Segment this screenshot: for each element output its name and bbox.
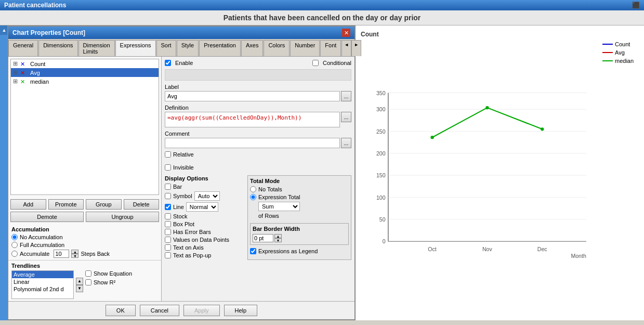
no-totals-radio[interactable]	[250, 186, 256, 192]
text-popup-checkbox[interactable]	[165, 252, 171, 258]
stock-checkbox[interactable]	[165, 213, 171, 219]
tab-scroll-left[interactable]: ◄	[341, 40, 351, 56]
expressions-legend-checkbox[interactable]	[250, 248, 256, 254]
show-r2-checkbox[interactable]	[85, 279, 91, 285]
box-plot-checkbox[interactable]	[165, 221, 171, 227]
sidebar-tab-1[interactable]: ▲	[0, 25, 7, 35]
svg-text:100: 100	[376, 194, 386, 201]
bar-border-down[interactable]: ▼	[274, 238, 282, 242]
tab-colors[interactable]: Colors	[264, 40, 290, 56]
relative-checkbox[interactable]	[165, 151, 171, 158]
error-bars-row: Has Error Bars	[165, 229, 243, 235]
trendlines-scroll-down[interactable]: ▼	[76, 285, 83, 292]
line-select[interactable]: Normal	[186, 202, 218, 212]
help-button[interactable]: Help	[224, 305, 258, 316]
trendline-polynomial[interactable]: Polynomial of 2nd d	[12, 285, 73, 293]
legend-count-line	[602, 44, 613, 45]
symbol-select[interactable]: Auto	[194, 191, 220, 201]
trendline-average[interactable]: Average	[12, 271, 73, 278]
expression-list[interactable]: ⊞ ✕ Count ⊞ ✕ Avg ⊞ ✕ median	[10, 59, 159, 195]
definition-ellipsis-button[interactable]: ...	[341, 112, 351, 122]
tab-style[interactable]: Style	[177, 40, 199, 56]
expand-avg[interactable]: ⊞	[13, 69, 19, 76]
accumulate-label: Accumulate	[20, 251, 49, 257]
legend-avg-line	[602, 52, 613, 53]
no-accumulation-radio[interactable]	[11, 234, 18, 240]
ok-button[interactable]: OK	[106, 305, 136, 316]
accumulate-radio[interactable]	[11, 251, 18, 257]
label-field-title: Label	[165, 84, 351, 90]
legend-median-line	[602, 60, 613, 61]
tab-number[interactable]: Number	[290, 40, 320, 56]
expr-item-median[interactable]: ⊞ ✕ median	[11, 77, 159, 86]
title-bar: Patient cancellations ⬛	[0, 0, 644, 10]
accumulation-title: Accumulation	[11, 226, 158, 232]
legend-median-label: median	[615, 58, 634, 64]
conditional-checkbox[interactable]	[312, 60, 319, 66]
full-accumulation-radio[interactable]	[11, 242, 18, 248]
expression-total-label: Expression Total	[258, 194, 300, 200]
comment-ellipsis-button[interactable]: ...	[341, 138, 351, 148]
trendlines-section: Trendlines Average Linear Polynomial of …	[8, 260, 161, 301]
bar-border-up[interactable]: ▲	[274, 234, 282, 238]
error-bars-checkbox[interactable]	[165, 229, 171, 235]
steps-down[interactable]: ▼	[71, 254, 78, 258]
sum-select[interactable]: Sum	[258, 202, 300, 211]
values-data-checkbox[interactable]	[165, 237, 171, 243]
bar-checkbox[interactable]	[165, 184, 171, 190]
enable-checkbox[interactable]	[165, 60, 171, 66]
trendline-linear[interactable]: Linear	[12, 278, 73, 285]
chart-y-label: Count	[361, 31, 639, 38]
cancel-button[interactable]: Cancel	[140, 305, 179, 316]
expr-label-count: Count	[30, 61, 45, 67]
trendlines-scroll-up[interactable]: ▲	[76, 278, 83, 285]
bar-border-input[interactable]	[253, 234, 273, 242]
expand-median[interactable]: ⊞	[13, 78, 19, 85]
tab-dimension-limits[interactable]: Dimension Limits	[78, 40, 115, 56]
expr-item-avg[interactable]: ⊞ ✕ Avg	[11, 68, 159, 77]
expression-total-radio[interactable]	[250, 194, 256, 200]
dialog-close-button[interactable]: ✕	[342, 29, 350, 37]
maximize-icon[interactable]: ⬛	[632, 2, 640, 9]
median-line	[432, 108, 543, 137]
text-axis-checkbox[interactable]	[165, 244, 171, 251]
median-dot-1	[430, 136, 433, 139]
label-input[interactable]	[165, 91, 340, 101]
steps-input[interactable]	[54, 250, 69, 258]
tab-scroll-right[interactable]: ►	[351, 40, 361, 56]
tab-expressions[interactable]: Expressions	[115, 40, 156, 56]
promote-button[interactable]: Promote	[48, 199, 84, 210]
tab-sort[interactable]: Sort	[156, 40, 176, 56]
steps-up[interactable]: ▲	[71, 250, 78, 254]
tab-axes[interactable]: Axes	[241, 40, 263, 56]
conditional-expression-bar[interactable]	[165, 69, 351, 81]
tab-bar: General Dimensions Dimension Limits Expr…	[8, 39, 354, 57]
line-checkbox[interactable]	[165, 204, 171, 210]
comment-input[interactable]	[165, 138, 340, 148]
ungroup-button[interactable]: Ungroup	[86, 212, 159, 222]
demote-button[interactable]: Demote	[10, 212, 84, 222]
definition-input[interactable]: =avg(aggr(sum((CancelledOnDay)),Month))	[165, 112, 340, 127]
expr-item-count[interactable]: ⊞ ✕ Count	[11, 59, 159, 68]
tab-font[interactable]: Font	[320, 40, 341, 56]
delete-button[interactable]: Delete	[124, 199, 160, 210]
svg-text:250: 250	[376, 128, 386, 135]
tab-presentation[interactable]: Presentation	[199, 40, 241, 56]
show-equation-label: Show Equation	[94, 270, 132, 277]
comment-title: Comment	[165, 131, 351, 137]
line-label: Line	[173, 204, 184, 210]
symbol-checkbox[interactable]	[165, 193, 171, 199]
show-equation-checkbox[interactable]	[85, 270, 91, 277]
trendlines-list[interactable]: Average Linear Polynomial of 2nd d	[11, 270, 74, 299]
group-button[interactable]: Group	[86, 199, 122, 210]
expand-count[interactable]: ⊞	[13, 60, 19, 67]
tab-dimensions[interactable]: Dimensions	[38, 40, 77, 56]
apply-button[interactable]: Apply	[183, 305, 220, 316]
expr-label-avg: Avg	[30, 70, 40, 76]
bar-row: Bar	[165, 184, 243, 190]
median-dot-2	[485, 106, 489, 109]
add-button[interactable]: Add	[10, 199, 46, 210]
tab-general[interactable]: General	[8, 40, 38, 56]
label-ellipsis-button[interactable]: ...	[341, 91, 351, 101]
invisible-checkbox[interactable]	[165, 164, 171, 171]
